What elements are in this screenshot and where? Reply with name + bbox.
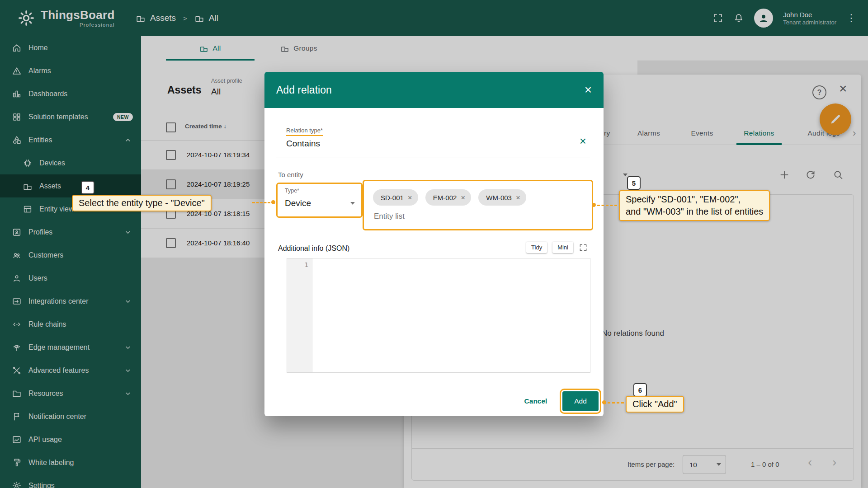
editor-gutter: 1	[287, 258, 312, 372]
entity-list-label: Entity list	[374, 212, 405, 221]
step-5-callout: Specify "SD-001", "EM-002", and "WM-003"…	[619, 190, 770, 221]
step-4-target-dot	[271, 200, 275, 204]
type-label: Type*	[285, 188, 299, 194]
add-button[interactable]: Add	[562, 391, 599, 411]
dialog-title: Add relation	[276, 84, 332, 96]
entity-type-select[interactable]: Type* Device	[276, 183, 363, 218]
step-5-connector	[597, 205, 617, 206]
remove-chip-icon[interactable]: ×	[516, 194, 520, 202]
step-6-target-dot	[602, 400, 606, 404]
entity-chip[interactable]: SD-001 ×	[373, 189, 418, 206]
step-5-badge: 5	[627, 176, 641, 190]
line-number: 1	[305, 261, 308, 268]
select-caret-icon	[350, 202, 355, 205]
to-entity-label: To entity	[278, 171, 303, 178]
step-6-badge: 6	[633, 383, 647, 397]
add-relation-dialog: Add relation × Relation type* Contains ×…	[264, 72, 604, 416]
close-dialog-icon[interactable]: ×	[585, 84, 592, 96]
entity-chip[interactable]: EM-002 ×	[425, 189, 471, 206]
dialog-header: Add relation ×	[264, 72, 604, 108]
entity-list-field[interactable]: SD-001 × EM-002 × WM-003 × Entity list	[363, 180, 593, 230]
relation-type-label: Relation type*	[286, 127, 323, 136]
cancel-button[interactable]: Cancel	[515, 391, 556, 411]
additional-info-label: Additional info (JSON)	[278, 244, 349, 253]
tidy-button[interactable]: Tidy	[526, 242, 547, 253]
step-4-connector	[252, 202, 270, 203]
relation-type-value[interactable]: Contains	[286, 139, 320, 149]
entity-chip[interactable]: WM-003 ×	[478, 189, 526, 206]
clear-relation-type-icon[interactable]: ×	[580, 135, 586, 147]
step-5-target-dot	[592, 203, 596, 207]
step-4-badge: 4	[81, 181, 94, 194]
type-value: Device	[285, 198, 311, 208]
screen: ThingsBoard Professional Assets > All	[0, 0, 868, 488]
step-6-callout: Click "Add"	[626, 396, 684, 413]
step-6-connector	[608, 402, 624, 404]
mini-button[interactable]: Mini	[552, 242, 573, 253]
editor-fullscreen-icon[interactable]	[579, 243, 588, 252]
remove-chip-icon[interactable]: ×	[408, 194, 412, 202]
json-editor[interactable]: 1	[287, 258, 590, 373]
step-4-callout: Select the entity type - "Device"	[72, 195, 212, 211]
remove-chip-icon[interactable]: ×	[461, 194, 465, 202]
relation-type-field[interactable]: Relation type* Contains ×	[276, 121, 590, 158]
